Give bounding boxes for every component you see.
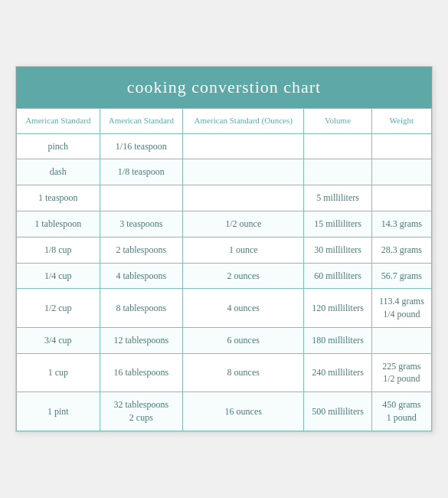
cell-r8-c1: 16 tablespoons: [100, 353, 183, 392]
table-row: 1/4 cup4 tablespoons2 ounces60 millilite…: [17, 263, 432, 289]
cell-r5-c4: 56.7 grams: [371, 263, 431, 289]
cell-r1-c2: [183, 159, 304, 185]
cell-r8-c3: 240 milliliters: [304, 353, 371, 392]
cell-r6-c1: 8 tablespoons: [100, 289, 183, 328]
cell-r4-c2: 1 ounce: [183, 237, 304, 263]
col-header-0: American Standard: [17, 109, 100, 133]
cell-r1-c1: 1/8 teaspoon: [100, 159, 183, 185]
cell-r2-c3: 5 milliliters: [304, 185, 371, 211]
cell-r4-c0: 1/8 cup: [17, 237, 100, 263]
table-row: 3/4 cup12 tablespoons6 ounces180 millili…: [17, 327, 432, 353]
cell-r0-c4: [371, 133, 431, 159]
cell-r5-c2: 2 ounces: [183, 263, 304, 289]
table-row: 1 cup16 tablespoons8 ounces240 millilite…: [17, 353, 432, 392]
table-row: 1/2 cup8 tablespoons4 ounces120 millilit…: [17, 289, 432, 328]
cell-r1-c3: [304, 159, 371, 185]
chart-title: cooking converstion chart: [16, 67, 432, 108]
cell-r9-c3: 500 milliliters: [304, 392, 371, 431]
cell-r1-c4: [371, 159, 431, 185]
cell-r0-c2: [183, 133, 304, 159]
cell-r7-c1: 12 tablespoons: [100, 327, 183, 353]
cell-r7-c4: [371, 327, 431, 353]
cell-r8-c0: 1 cup: [17, 353, 100, 392]
col-header-4: Weight: [371, 109, 431, 133]
cell-r3-c4: 14.3 grams: [371, 211, 431, 237]
cell-r0-c0: pinch: [17, 133, 100, 159]
cell-r9-c2: 16 ounces: [183, 392, 304, 431]
cell-r6-c2: 4 ounces: [183, 289, 304, 328]
table-row: 1/8 cup2 tablespoons1 ounce30 milliliter…: [17, 237, 432, 263]
conversion-table: American StandardAmerican StandardAmeric…: [16, 108, 432, 431]
cell-r8-c2: 8 ounces: [183, 353, 304, 392]
cell-r3-c3: 15 milliliters: [304, 211, 371, 237]
cell-r4-c4: 28.3 grams: [371, 237, 431, 263]
cell-r0-c3: [304, 133, 371, 159]
cell-r8-c4: 225 grams1/2 pound: [371, 353, 431, 392]
cell-r2-c1: [100, 185, 183, 211]
table-row: 1 pint32 tablespoons2 cups16 ounces500 m…: [17, 392, 432, 431]
cell-r7-c0: 3/4 cup: [17, 327, 100, 353]
cooking-chart: cooking converstion chart American Stand…: [15, 66, 433, 432]
cell-r3-c1: 3 teaspoons: [100, 211, 183, 237]
table-row: 1 tablespoon3 teaspoons1/2 ounce15 milli…: [17, 211, 432, 237]
cell-r3-c0: 1 tablespoon: [17, 211, 100, 237]
table-row: 1 teaspoon5 milliliters: [17, 185, 432, 211]
cell-r1-c0: dash: [17, 159, 100, 185]
table-header-row: American StandardAmerican StandardAmeric…: [17, 109, 432, 133]
cell-r4-c3: 30 milliliters: [304, 237, 371, 263]
cell-r3-c2: 1/2 ounce: [183, 211, 304, 237]
col-header-3: Volume: [304, 109, 371, 133]
cell-r5-c1: 4 tablespoons: [100, 263, 183, 289]
cell-r9-c4: 450 grams1 pound: [371, 392, 431, 431]
cell-r2-c4: [371, 185, 431, 211]
cell-r6-c4: 113.4 grams1/4 pound: [371, 289, 431, 328]
cell-r4-c1: 2 tablespoons: [100, 237, 183, 263]
col-header-2: American Standard (Ounces): [183, 109, 304, 133]
cell-r9-c0: 1 pint: [17, 392, 100, 431]
cell-r7-c2: 6 ounces: [183, 327, 304, 353]
cell-r5-c3: 60 milliliters: [304, 263, 371, 289]
cell-r7-c3: 180 milliliters: [304, 327, 371, 353]
table-row: dash1/8 teaspoon: [17, 159, 432, 185]
cell-r2-c0: 1 teaspoon: [17, 185, 100, 211]
col-header-1: American Standard: [100, 109, 183, 133]
cell-r6-c3: 120 milliliters: [304, 289, 371, 328]
cell-r5-c0: 1/4 cup: [17, 263, 100, 289]
cell-r6-c0: 1/2 cup: [17, 289, 100, 328]
cell-r2-c2: [183, 185, 304, 211]
cell-r9-c1: 32 tablespoons2 cups: [100, 392, 183, 431]
table-row: pinch1/16 teaspoon: [17, 133, 432, 159]
cell-r0-c1: 1/16 teaspoon: [100, 133, 183, 159]
